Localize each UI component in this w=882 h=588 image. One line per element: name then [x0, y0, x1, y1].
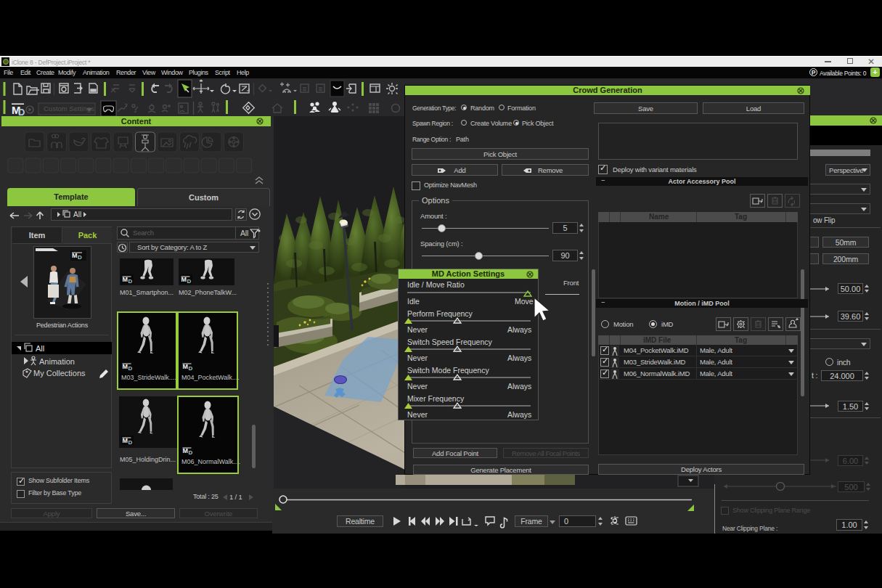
svg-text:All: All: [73, 211, 81, 219]
svg-text:Perform Frequency: Perform Frequency: [407, 309, 473, 318]
svg-text:Never: Never: [407, 354, 428, 362]
svg-text:Never: Never: [407, 410, 428, 419]
svg-text:M05_HoldingDrin...: M05_HoldingDrin...: [120, 456, 176, 463]
svg-text:M06_NormalWalk....: M06_NormalWalk....: [181, 458, 240, 465]
svg-text:M04_PocketWalk....: M04_PocketWalk....: [181, 374, 240, 381]
svg-text:Idle / Move Ratio: Idle / Move Ratio: [407, 280, 465, 289]
svg-text:D: D: [78, 254, 82, 261]
svg-text:Mixer Frequency: Mixer Frequency: [407, 394, 465, 403]
svg-text:All: All: [36, 344, 44, 353]
svg-text:Move: Move: [515, 297, 534, 306]
svg-text:Always: Always: [507, 382, 531, 391]
svg-text:Switch Speed Frequency: Switch Speed Frequency: [407, 338, 492, 346]
svg-text:Always: Always: [507, 354, 531, 362]
svg-text:D: D: [18, 107, 25, 116]
svg-text:M02_PhoneTalkW...: M02_PhoneTalkW...: [179, 289, 237, 296]
svg-text:Switch Mode Frequency: Switch Mode Frequency: [407, 366, 489, 375]
svg-text:Never: Never: [407, 382, 428, 391]
svg-text:Idle: Idle: [407, 297, 420, 306]
svg-text:My Collections: My Collections: [33, 369, 86, 377]
svg-text:Always: Always: [507, 325, 531, 334]
svg-text:M03_StrideWalk....: M03_StrideWalk....: [121, 374, 176, 381]
svg-text:M01_Smartphon...: M01_Smartphon...: [120, 289, 173, 296]
svg-text:Animation: Animation: [39, 357, 75, 366]
svg-text:Never: Never: [407, 325, 428, 334]
svg-text:Always: Always: [507, 410, 531, 419]
